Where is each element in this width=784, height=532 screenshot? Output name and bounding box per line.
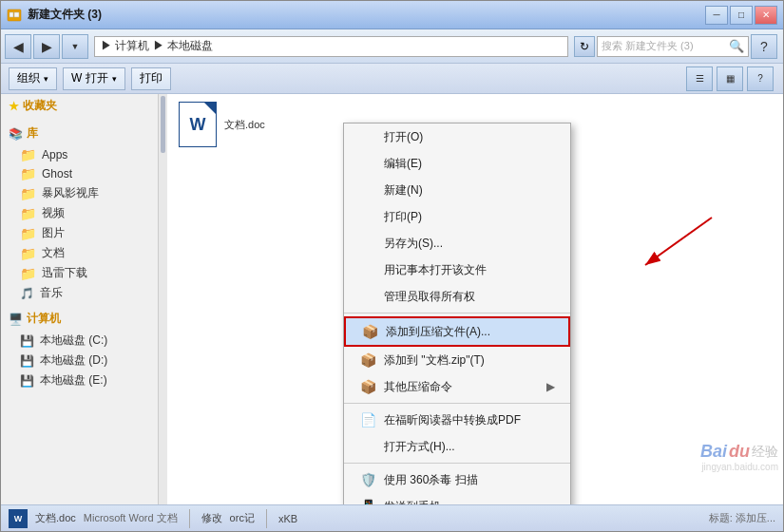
baidu-text2: du [729,442,750,462]
ctx-archive-icon: 📦 [361,323,378,340]
open-button[interactable]: W 打开 ▾ [63,67,125,90]
sidebar-scrollbar[interactable] [158,94,167,504]
status-right-text: 标题: 添加压... [709,511,775,525]
drive-d-label: 本地磁盘 (D:) [40,352,107,369]
sidebar-item-apps[interactable]: 📁 Apps [1,145,158,164]
ctx-edit-icon [359,155,376,172]
organize-button[interactable]: 组织 ▾ [9,67,57,90]
sidebar-item-drive-e[interactable]: 💾 本地磁盘 (E:) [1,370,158,390]
sidebar-item-thunder[interactable]: 📁 迅雷下载 [1,263,158,283]
watermark: Baidu经验 jingyan.baidu.com [700,442,778,472]
search-bar[interactable]: 搜索 新建文件夹 (3) 🔍 [597,36,749,57]
ctx-print-label: 打印(P) [384,209,422,225]
ctx-new[interactable]: 新建(N) [344,177,570,203]
close-button[interactable]: ✕ [755,6,777,25]
ctx-add-archive-label: 添加到压缩文件(A)... [386,324,490,340]
sidebar-item-docs[interactable]: 📁 文档 [1,243,158,263]
ctx-saveas-icon [359,235,376,252]
ctx-edit[interactable]: 编辑(E) [344,150,570,177]
ctx-pdf-icon: 📄 [359,411,376,428]
video-label: 视频 [42,205,65,221]
ctx-notepad-label: 用记事本打开该文件 [384,262,487,278]
ctx-360-scan[interactable]: 🛡️ 使用 360杀毒 扫描 [344,466,570,493]
pictures-folder-icon: 📁 [20,226,36,241]
svg-rect-1 [10,12,13,17]
ctx-send-phone[interactable]: 📱 发送到手机 [344,493,570,504]
ctx-saveas[interactable]: 另存为(S)... [344,230,570,256]
drive-d-icon: 💾 [20,354,34,368]
forward-button[interactable]: ▶ [33,34,60,59]
sidebar: ★ 收藏夹 📚 库 📁 Apps 📁 [1,94,158,504]
ctx-print-icon [359,208,376,225]
sidebar-scroll-thumb[interactable] [161,96,165,153]
ctx-add-archive[interactable]: 📦 添加到压缩文件(A)... [344,316,570,347]
ctx-other-compress[interactable]: 📦 其他压缩命令 ▶ [344,373,570,400]
ctx-open[interactable]: 打开(O) [344,124,570,150]
apps-label: Apps [42,148,67,162]
ctx-print[interactable]: 打印(P) [344,203,570,230]
status-modified: 修改 [201,511,222,525]
refresh-button[interactable]: ↻ [574,36,595,57]
ctx-add-zip-label: 添加到 "文档.zip"(T) [384,352,485,369]
sidebar-item-pictures[interactable]: 📁 图片 [1,223,158,243]
computer-header[interactable]: 🖥️ 计算机 [1,307,158,331]
window-title: 新建文件夹 (3) [28,7,705,23]
sidebar-item-video[interactable]: 📁 视频 [1,203,158,223]
sidebar-item-drive-c[interactable]: 💾 本地磁盘 (C:) [1,331,158,351]
view-list-button[interactable]: ☰ [686,66,713,91]
library-icon: 📚 [9,127,23,141]
ctx-sep-3 [344,463,570,464]
sidebar-item-ghost[interactable]: 📁 Ghost [1,164,158,183]
ctx-admin[interactable]: 管理员取得所有权 [344,283,570,310]
address-text: ▶ 计算机 ▶ 本地磁盘 [101,38,213,54]
library-header[interactable]: 📚 库 [1,122,158,145]
ctx-360-icon: 🛡️ [359,471,376,488]
library-section: 📚 库 📁 Apps 📁 Ghost 📁 暴风影视库 [1,122,158,303]
view-help-button[interactable]: ? [747,66,774,91]
maximize-button[interactable]: □ [730,6,753,25]
music-label: 音乐 [40,285,63,301]
ghost-label: Ghost [42,167,72,180]
dropdown-button[interactable]: ▼ [62,34,88,59]
svg-line-4 [645,218,712,265]
status-date: orc记 [230,511,255,525]
open-label: W 打开 [71,70,108,86]
sidebar-item-music[interactable]: 🎵 音乐 [1,283,158,303]
help-button[interactable]: ? [751,34,777,59]
computer-label: 计算机 [27,311,61,327]
navigation-toolbar: ◀ ▶ ▼ ▶ 计算机 ▶ 本地磁盘 ↻ 搜索 新建文件夹 (3) 🔍 ? [1,29,783,64]
view-details-button[interactable]: ▦ [717,66,743,91]
ctx-pdf-label: 在福昕阅读器中转换成PDF [384,412,521,428]
sidebar-item-storm[interactable]: 📁 暴风影视库 [1,183,158,203]
file-name: 文档.doc [224,118,265,132]
favorites-icon: ★ [9,100,19,113]
minimize-button[interactable]: ─ [705,6,728,25]
sidebar-item-drive-d[interactable]: 💾 本地磁盘 (D:) [1,351,158,370]
ctx-new-icon [359,181,376,199]
organize-label: 组织 [17,70,40,86]
titlebar-buttons: ─ □ ✕ [705,6,777,25]
ctx-notepad-icon [359,261,376,278]
status-file-icon: W [9,509,28,528]
storm-folder-icon: 📁 [20,186,36,201]
status-size: xKB [278,513,297,524]
favorites-header[interactable]: ★ 收藏夹 [1,94,158,118]
ctx-compress-arrow: ▶ [546,380,555,393]
thunder-label: 迅雷下载 [42,265,87,281]
ctx-admin-icon [359,288,376,305]
address-bar[interactable]: ▶ 计算机 ▶ 本地磁盘 [94,36,568,57]
ctx-open-notepad[interactable]: 用记事本打开该文件 [344,256,570,283]
baidu-text: Bai [700,442,727,462]
pictures-label: 图片 [42,225,65,241]
ctx-open-with-icon [359,438,376,455]
print-button[interactable]: 打印 [131,67,171,90]
ctx-add-zip[interactable]: 📦 添加到 "文档.zip"(T) [344,347,570,373]
drive-e-icon: 💾 [20,374,34,388]
content-area: ★ 收藏夹 📚 库 📁 Apps 📁 [1,94,783,504]
secondary-toolbar: 组织 ▾ W 打开 ▾ 打印 ☰ ▦ ? [1,64,783,94]
back-button[interactable]: ◀ [5,34,31,59]
ctx-open-with[interactable]: 打开方式(H)... [344,433,570,460]
ctx-pdf[interactable]: 📄 在福昕阅读器中转换成PDF [344,407,570,433]
titlebar: 新建文件夹 (3) ─ □ ✕ [1,1,783,29]
search-icon: 🔍 [729,39,744,53]
